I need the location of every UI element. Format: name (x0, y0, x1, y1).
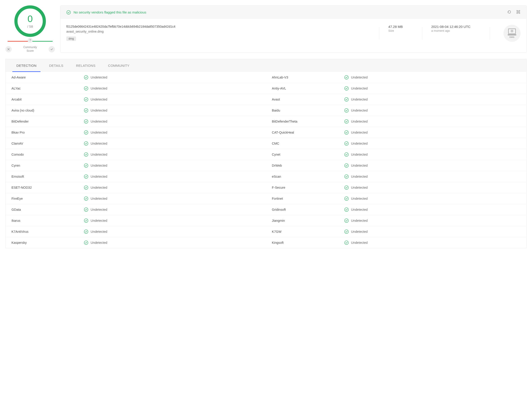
tab-details[interactable]: DETAILS (43, 59, 70, 72)
vendor-name: BitDefenderTheta (272, 120, 342, 123)
check-circle-icon (84, 108, 88, 113)
divider (379, 27, 379, 40)
check-circle-icon (344, 108, 349, 113)
detail-panel: No security vendors flagged this file as… (60, 5, 527, 53)
file-type-label: DMG (510, 36, 515, 38)
check-circle-icon (84, 163, 88, 168)
status-label: Undetected (351, 109, 368, 112)
vendor-name: Jiangmin (272, 219, 342, 222)
status-label: Undetected (351, 142, 368, 145)
detection-cell: FortinetUndetected (266, 193, 526, 204)
svg-point-8 (84, 87, 88, 90)
vendor-name: Kaspersky (12, 241, 81, 244)
svg-point-15 (345, 120, 348, 123)
svg-point-20 (84, 153, 88, 157)
svg-point-7 (345, 76, 348, 79)
svg-point-22 (84, 164, 88, 167)
check-circle-icon (344, 163, 349, 168)
tab-relations[interactable]: RELATIONS (70, 59, 102, 72)
vendor-name: Comodo (12, 153, 81, 156)
check-circle-icon (84, 75, 88, 80)
status-label: Undetected (91, 120, 107, 123)
svg-point-11 (345, 98, 348, 102)
detection-cell: CynetUndetected (266, 149, 526, 160)
check-circle-icon (344, 218, 349, 223)
svg-rect-2 (519, 10, 520, 11)
vendor-name: ClamAV (12, 142, 81, 145)
table-row: ArcabitUndetectedAvastUndetected (6, 94, 526, 105)
status-label: Undetected (91, 208, 107, 211)
vendor-name: BitDefender (12, 120, 81, 123)
detection-cell: Avira (no cloud)Undetected (6, 105, 266, 116)
table-row: Avira (no cloud)UndetectedBaiduUndetecte… (6, 105, 526, 116)
detection-cell: Bkav ProUndetected (6, 127, 266, 138)
svg-point-18 (84, 142, 88, 146)
close-icon[interactable] (5, 46, 12, 52)
svg-rect-3 (517, 13, 518, 13)
vendor-name: Cynet (272, 153, 342, 156)
vendor-name: F-Secure (272, 186, 342, 189)
svg-point-19 (345, 142, 348, 146)
vendor-name: Ad-Aware (12, 76, 81, 79)
table-row: ESET-NOD32UndetectedF-SecureUndetected (6, 182, 526, 193)
vendor-name: eScan (272, 175, 342, 178)
detection-cell: ALYacUndetected (6, 83, 266, 94)
svg-point-12 (84, 109, 88, 112)
status-label: Undetected (91, 219, 107, 222)
check-circle-icon (344, 97, 349, 102)
vendor-name: AhnLab-V3 (272, 76, 342, 79)
status-label: Undetected (351, 230, 368, 233)
file-hash: f0125de06642431e482420da7fefbb70e14ddcb6… (66, 25, 370, 28)
svg-point-36 (84, 241, 88, 245)
gauge-marker: ? (28, 38, 33, 43)
check-circle-icon (344, 185, 349, 190)
status-label: Undetected (351, 208, 368, 211)
vendor-name: Cyren (12, 164, 81, 167)
vendor-name: CAT-QuickHeal (272, 131, 342, 134)
table-row: Ad-AwareUndetectedAhnLab-V3Undetected (6, 72, 526, 83)
check-icon[interactable] (49, 46, 55, 52)
detection-cell: ClamAVUndetected (6, 138, 266, 149)
svg-point-30 (84, 208, 88, 212)
detection-cell: CMCUndetected (266, 138, 526, 149)
detection-cell: GridinsoftUndetected (266, 204, 526, 215)
svg-point-13 (345, 109, 348, 112)
svg-point-24 (84, 175, 88, 179)
tab-detection[interactable]: DETECTION (10, 59, 43, 72)
check-circle-icon (344, 86, 349, 91)
detection-cell: FireEyeUndetected (6, 193, 266, 204)
vendor-name: K7AntiVirus (12, 230, 81, 233)
svg-point-9 (345, 87, 348, 90)
vendor-name: Ikarus (12, 219, 81, 222)
tabs: DETECTION DETAILS RELATIONS COMMUNITY (5, 59, 527, 72)
status-label: Undetected (91, 109, 107, 112)
file-size-value: 47.28 MB (388, 25, 413, 29)
reanalyze-icon[interactable] (507, 10, 512, 15)
svg-point-27 (345, 186, 348, 190)
svg-point-34 (84, 230, 88, 234)
vendor-name: Bkav Pro (12, 131, 81, 134)
svg-point-6 (84, 76, 88, 79)
detection-score-circle: 0 / 58 (14, 5, 46, 37)
status-label: Undetected (351, 131, 368, 134)
status-label: Undetected (351, 98, 368, 101)
svg-point-10 (84, 98, 88, 102)
detection-cell: Antiy-AVLUndetected (266, 83, 526, 94)
detection-total: / 58 (27, 25, 33, 28)
check-circle-icon (344, 174, 349, 179)
file-tag[interactable]: dmg (66, 36, 76, 41)
vendor-name: Baidu (272, 109, 342, 112)
svg-point-26 (84, 186, 88, 190)
status-label: Undetected (351, 120, 368, 123)
detection-cell: KingsoftUndetected (266, 237, 526, 248)
detection-cell: F-SecureUndetected (266, 182, 526, 193)
file-info: f0125de06642431e482420da7fefbb70e14ddcb6… (60, 19, 526, 48)
graph-icon[interactable] (516, 10, 520, 15)
table-row: IkarusUndetectedJiangminUndetected (6, 215, 526, 226)
check-circle-icon (66, 10, 71, 15)
detection-cell: ComodoUndetected (6, 149, 266, 160)
check-circle-icon (84, 218, 88, 223)
vendor-name: K7GW (272, 230, 342, 233)
table-row: ComodoUndetectedCynetUndetected (6, 149, 526, 160)
tab-community[interactable]: COMMUNITY (102, 59, 136, 72)
